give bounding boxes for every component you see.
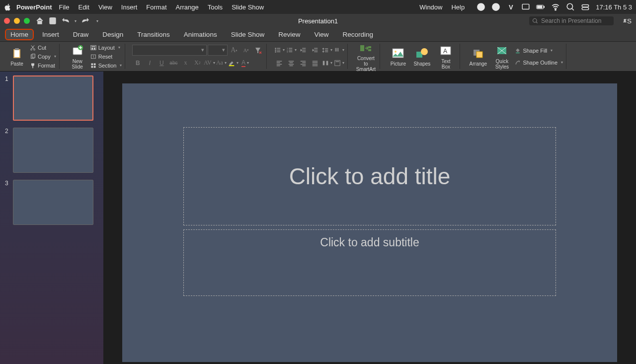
new-slide-button[interactable]: New Slide	[67, 44, 88, 70]
tab-design[interactable]: Design	[97, 29, 129, 40]
thumbnail-1[interactable]: 1	[5, 75, 98, 121]
convert-smartart-button[interactable]: Convert to SmartArt	[355, 41, 377, 72]
undo-icon[interactable]	[62, 17, 70, 25]
underline-icon[interactable]: U	[156, 58, 167, 69]
align-left-icon[interactable]	[274, 58, 285, 69]
align-right-icon[interactable]	[298, 58, 309, 69]
share-button[interactable]: S	[618, 17, 632, 25]
clear-formatting-icon[interactable]	[252, 45, 263, 56]
arrange-button[interactable]: Arrange	[467, 46, 489, 67]
tab-insert[interactable]: Insert	[37, 29, 65, 40]
undo-dropdown-icon[interactable]: ▾	[75, 19, 77, 23]
quick-styles-button[interactable]: Quick Styles	[491, 44, 513, 70]
paste-button[interactable]: Paste	[6, 46, 28, 67]
thumbnail-2[interactable]: 2	[5, 128, 98, 173]
search-icon[interactable]	[566, 2, 575, 11]
control-center-icon[interactable]	[581, 2, 590, 11]
menu-arrange[interactable]: Arrange	[176, 3, 199, 11]
menu-tools[interactable]: Tools	[208, 3, 223, 11]
text-direction-icon[interactable]	[333, 45, 344, 56]
picture-button[interactable]: Picture	[387, 46, 409, 67]
increase-font-icon[interactable]: A▴	[229, 45, 239, 56]
qat-customize-icon[interactable]: ▾	[96, 19, 98, 23]
menubar-clock[interactable]: 17:16 Th 5 3	[596, 3, 632, 11]
menu-help[interactable]: Help	[451, 3, 465, 11]
tab-view[interactable]: View	[309, 29, 334, 40]
align-center-icon[interactable]	[286, 58, 297, 69]
close-window-button[interactable]	[4, 18, 10, 24]
shape-outline-button[interactable]: Shape Outline	[515, 59, 563, 67]
tab-transitions[interactable]: Transitions	[132, 29, 175, 40]
status-app2-icon[interactable]	[491, 2, 500, 11]
home-icon[interactable]	[36, 17, 44, 25]
font-size-dropdown[interactable]: ▾	[208, 45, 228, 56]
tab-slideshow[interactable]: Slide Show	[226, 29, 270, 40]
textbox-button[interactable]: A Text Box	[435, 44, 457, 70]
columns-icon[interactable]	[321, 58, 332, 69]
title-placeholder[interactable]: Click to add title	[183, 127, 556, 225]
minimize-window-button[interactable]	[14, 18, 20, 24]
justify-icon[interactable]	[310, 58, 320, 69]
section-button[interactable]: Section	[90, 62, 122, 70]
increase-indent-icon[interactable]	[310, 45, 320, 56]
battery-icon[interactable]	[536, 2, 545, 11]
maximize-window-button[interactable]	[24, 18, 30, 24]
tab-animations[interactable]: Animations	[178, 29, 223, 40]
search-input[interactable]: Search in Presentation	[529, 16, 614, 25]
decrease-indent-icon[interactable]	[298, 45, 309, 56]
svg-rect-21	[32, 54, 35, 58]
menu-slideshow[interactable]: Slide Show	[232, 3, 264, 11]
decrease-font-icon[interactable]: A▾	[240, 45, 251, 56]
redo-icon[interactable]	[81, 17, 89, 25]
shape-fill-button[interactable]: Shape Fill	[515, 47, 563, 55]
thumbnail-3[interactable]: 3	[5, 180, 98, 225]
status-screen-icon[interactable]	[521, 2, 530, 11]
menu-file[interactable]: File	[59, 3, 70, 11]
slide-thumb[interactable]	[13, 75, 93, 121]
apple-logo-icon[interactable]	[4, 3, 11, 11]
font-color-icon[interactable]: A	[239, 58, 250, 69]
align-text-icon[interactable]	[333, 58, 344, 69]
clear-format2-icon[interactable]: x	[180, 58, 191, 69]
status-app1-icon[interactable]	[477, 2, 485, 11]
reset-button[interactable]: Reset	[90, 53, 122, 61]
layout-button[interactable]: Layout	[90, 44, 122, 52]
app-name[interactable]: PowerPoint	[16, 3, 52, 11]
tab-draw[interactable]: Draw	[68, 29, 94, 40]
bold-icon[interactable]: B	[132, 58, 143, 69]
cut-button[interactable]: Cut	[30, 44, 56, 52]
svg-point-0	[477, 3, 485, 11]
numbering-icon[interactable]: 123	[286, 45, 297, 56]
strikethrough-icon[interactable]: abc	[168, 58, 179, 69]
slide-thumb[interactable]	[13, 180, 93, 225]
italic-icon[interactable]: I	[144, 58, 155, 69]
menu-edit[interactable]: Edit	[78, 3, 89, 11]
status-letter-icon[interactable]: V	[506, 2, 515, 11]
menu-format[interactable]: Format	[146, 3, 166, 11]
char-spacing-icon[interactable]: AV	[204, 58, 215, 69]
slide-thumb[interactable]	[13, 128, 93, 173]
shapes-button[interactable]: Shapes	[411, 46, 433, 67]
highlight-icon[interactable]	[228, 58, 238, 69]
menu-insert[interactable]: Insert	[121, 3, 138, 11]
copy-button[interactable]: Copy	[30, 53, 56, 61]
format-painter-button[interactable]: Format	[30, 62, 56, 70]
slide-canvas-area[interactable]: Click to add title Click to add subtitle	[103, 72, 636, 364]
menu-window[interactable]: Window	[419, 3, 442, 11]
subscript-icon[interactable]: X2	[192, 58, 203, 69]
subtitle-placeholder[interactable]: Click to add subtitle	[183, 229, 556, 296]
tab-review[interactable]: Review	[273, 29, 306, 40]
tab-recording[interactable]: Recording	[337, 29, 379, 40]
svg-rect-41	[289, 48, 292, 48]
menu-view[interactable]: View	[98, 3, 112, 11]
slide-thumbnail-pane[interactable]: 1 2 3	[0, 72, 103, 364]
save-icon[interactable]	[49, 17, 57, 25]
line-spacing-icon[interactable]	[321, 45, 332, 56]
bullets-icon[interactable]	[274, 45, 285, 56]
svg-rect-71	[313, 62, 318, 63]
slide-canvas[interactable]: Click to add title Click to add subtitle	[122, 83, 617, 362]
font-family-dropdown[interactable]: ▾	[132, 45, 207, 56]
tab-home[interactable]: Home	[5, 29, 34, 40]
change-case-icon[interactable]: Aa	[216, 58, 227, 69]
wifi-icon[interactable]	[551, 2, 560, 11]
